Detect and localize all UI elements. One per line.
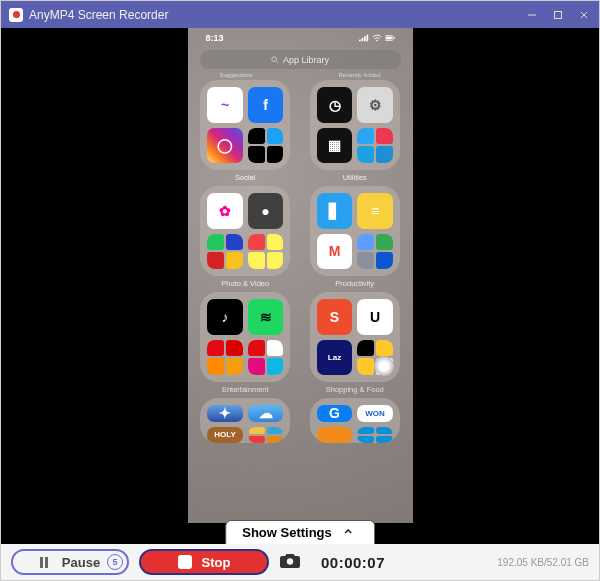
countdown-badge: 5 xyxy=(107,554,123,570)
app-icon[interactable]: Laz xyxy=(317,340,353,376)
folder-label: Photo & Video xyxy=(221,279,269,288)
assistive-touch-icon[interactable] xyxy=(374,356,394,376)
stop-button[interactable]: Stop xyxy=(139,549,269,575)
app-icon[interactable]: HOLY xyxy=(207,427,243,444)
pause-label: Pause xyxy=(62,555,100,570)
app-icon[interactable]: WON xyxy=(357,405,393,422)
pause-icon xyxy=(40,557,48,568)
app-icon[interactable] xyxy=(248,427,284,444)
search-icon xyxy=(271,56,279,64)
app-icon[interactable]: ♪ xyxy=(207,299,243,335)
show-settings-label: Show Settings xyxy=(242,525,332,540)
app-icon[interactable]: ● xyxy=(248,193,284,229)
titlebar: AnyMP4 Screen Recorder xyxy=(1,1,599,28)
app-library-search[interactable]: App Library xyxy=(200,50,401,69)
svg-rect-8 xyxy=(393,37,394,39)
app-icon[interactable]: S xyxy=(317,299,353,335)
maximize-button[interactable] xyxy=(545,1,571,28)
pause-button[interactable]: Pause 5 xyxy=(11,549,129,575)
battery-icon xyxy=(385,34,395,42)
app-title: AnyMP4 Screen Recorder xyxy=(29,8,168,22)
app-icon[interactable]: ▦ xyxy=(317,128,353,164)
app-folder[interactable]: ✦☁HOLY xyxy=(200,398,290,443)
app-folder[interactable]: ✿● xyxy=(200,186,290,276)
minimize-button[interactable] xyxy=(519,1,545,28)
app-icon[interactable]: M xyxy=(317,234,353,270)
app-icon[interactable]: ⚙ xyxy=(357,87,393,123)
app-icon[interactable] xyxy=(248,128,284,164)
app-logo-icon xyxy=(9,8,23,22)
app-icon[interactable]: ≋ xyxy=(248,299,284,335)
app-icon[interactable]: U xyxy=(357,299,393,335)
stop-icon xyxy=(178,555,192,569)
app-icon[interactable] xyxy=(357,234,393,270)
svg-point-5 xyxy=(376,40,378,42)
svg-rect-4 xyxy=(366,35,368,42)
app-icon[interactable] xyxy=(357,128,393,164)
svg-rect-2 xyxy=(361,38,363,41)
app-icon[interactable]: G xyxy=(317,405,353,422)
app-icon[interactable]: ◯ xyxy=(207,128,243,164)
folder-label: Shopping & Food xyxy=(326,385,384,394)
app-icon[interactable]: ☁ xyxy=(248,405,284,422)
app-icon[interactable]: ~ xyxy=(207,87,243,123)
app-icon[interactable]: ✿ xyxy=(207,193,243,229)
chevron-up-icon xyxy=(342,525,354,540)
app-folder[interactable]: ~f◯ xyxy=(200,80,290,170)
svg-point-10 xyxy=(287,558,293,564)
app-icon[interactable] xyxy=(248,340,284,376)
app-folder[interactable]: ♪≋ xyxy=(200,292,290,382)
folder-label: Productivity xyxy=(335,279,374,288)
svg-rect-7 xyxy=(386,37,392,40)
stop-label: Stop xyxy=(202,555,231,570)
app-icon[interactable] xyxy=(248,234,284,270)
show-settings-toggle[interactable]: Show Settings xyxy=(225,520,375,544)
app-icon[interactable]: ▋ xyxy=(317,193,353,229)
category-recently-added: Recently Added xyxy=(338,72,380,78)
search-placeholder: App Library xyxy=(283,55,329,65)
app-icon[interactable] xyxy=(357,427,393,444)
category-suggestions: Suggestions xyxy=(220,72,253,78)
svg-rect-1 xyxy=(359,40,361,42)
folder-label: Utilities xyxy=(343,173,367,182)
app-folder[interactable]: ▋≡M xyxy=(310,186,400,276)
phone-clock: 8:13 xyxy=(206,33,224,43)
svg-point-9 xyxy=(272,56,277,61)
recording-file-stats: 192.05 KB/52.01 GB xyxy=(497,557,589,568)
close-button[interactable] xyxy=(571,1,597,28)
app-icon[interactable]: ◷ xyxy=(317,87,353,123)
wifi-icon xyxy=(372,34,382,42)
app-folder[interactable]: ◷⚙▦ xyxy=(310,80,400,170)
svg-rect-3 xyxy=(364,36,366,41)
app-folder[interactable]: GWON xyxy=(310,398,400,443)
app-icon[interactable] xyxy=(207,340,243,376)
screenshot-button[interactable] xyxy=(279,551,301,573)
control-bar: Pause 5 Stop 00:00:07 192.05 KB/52.01 GB xyxy=(1,544,599,580)
app-icon[interactable]: ✦ xyxy=(207,405,243,422)
app-icon[interactable] xyxy=(317,427,353,444)
phone-status-bar: 8:13 xyxy=(188,28,413,48)
folder-label: Social xyxy=(235,173,255,182)
folder-label: Entertainment xyxy=(222,385,269,394)
signal-icon xyxy=(359,34,369,42)
app-icon[interactable]: f xyxy=(248,87,284,123)
app-icon[interactable] xyxy=(207,234,243,270)
app-icon[interactable]: ≡ xyxy=(357,193,393,229)
recording-timer: 00:00:07 xyxy=(321,554,385,571)
recording-stage: 8:13 App Library Suggestions Recently Ad… xyxy=(1,28,599,544)
app-folder[interactable]: SULaz xyxy=(310,292,400,382)
svg-rect-0 xyxy=(555,11,562,18)
mirrored-phone-screen: 8:13 App Library Suggestions Recently Ad… xyxy=(188,28,413,523)
